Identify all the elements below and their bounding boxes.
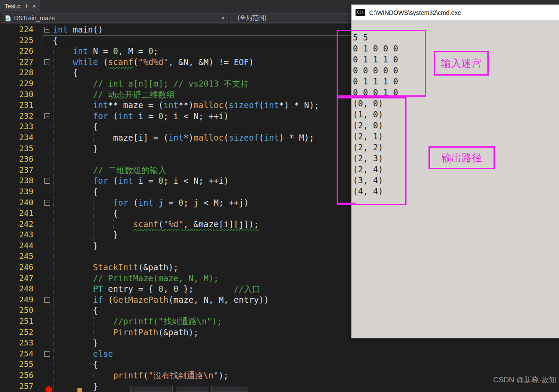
line-number[interactable]: 231 bbox=[0, 100, 33, 111]
code-line-256[interactable]: 256 printf("没有找到通路\n"); bbox=[0, 370, 559, 381]
fold-margin bbox=[33, 165, 53, 176]
code-line-257[interactable]: 257 } bbox=[0, 381, 559, 392]
line-number[interactable]: 243 bbox=[0, 229, 33, 240]
fold-marker-icon[interactable]: − bbox=[44, 113, 50, 119]
fold-margin bbox=[33, 338, 53, 348]
line-number[interactable]: 241 bbox=[0, 208, 33, 219]
code-text: else bbox=[53, 348, 559, 359]
cmd-title: C:\WINDOWS\system32\cmd.exe bbox=[369, 9, 461, 16]
bottom-bar-item[interactable] bbox=[211, 386, 248, 392]
console-line: (4, 4) bbox=[353, 186, 559, 197]
fold-margin bbox=[33, 186, 53, 197]
line-number[interactable]: 251 bbox=[0, 316, 33, 327]
line-number[interactable]: 228 bbox=[0, 67, 33, 78]
fold-margin bbox=[33, 208, 53, 219]
line-number[interactable]: 232 bbox=[0, 111, 33, 122]
cmd-window: C:\ C:\WINDOWS\system32\cmd.exe 5 50 1 0… bbox=[351, 4, 559, 338]
console-line: (2, 2) bbox=[353, 142, 559, 153]
line-number[interactable]: 252 bbox=[0, 327, 33, 338]
line-number[interactable]: 233 bbox=[0, 121, 33, 132]
breakpoint-icon[interactable] bbox=[45, 386, 52, 392]
close-icon[interactable]: × bbox=[33, 3, 36, 9]
console-line: (0, 0) bbox=[353, 98, 559, 109]
fold-margin bbox=[33, 273, 53, 284]
file-icon bbox=[5, 15, 11, 22]
console-line: (2, 0) bbox=[353, 120, 559, 131]
screen: Test.c × DSTrain_maze ▾ (全局范围) 224−int m… bbox=[0, 0, 559, 392]
line-number[interactable]: 257 bbox=[0, 381, 33, 392]
console-line: (1, 0) bbox=[353, 109, 559, 120]
line-number[interactable]: 255 bbox=[0, 359, 33, 370]
fold-margin: − bbox=[33, 111, 53, 122]
line-number[interactable]: 227 bbox=[0, 57, 33, 68]
line-number[interactable]: 235 bbox=[0, 143, 33, 154]
console-line: (2, 4) bbox=[353, 164, 559, 175]
fold-marker-icon[interactable]: − bbox=[44, 351, 50, 357]
bottom-bar-item[interactable] bbox=[130, 386, 173, 392]
pin-icon[interactable] bbox=[24, 4, 29, 9]
fold-margin bbox=[33, 327, 53, 338]
fold-marker-icon[interactable]: − bbox=[44, 59, 50, 65]
line-number[interactable]: 247 bbox=[0, 273, 33, 284]
code-text: printf("没有找到通路\n"); bbox=[53, 370, 559, 381]
line-number[interactable]: 246 bbox=[0, 262, 33, 273]
fold-margin bbox=[33, 46, 53, 57]
code-line-255[interactable]: 255 { bbox=[0, 359, 559, 370]
console-lines: 5 50 1 0 0 00 1 1 1 00 0 0 0 00 1 1 1 00… bbox=[353, 32, 559, 197]
console-line: (2, 3) bbox=[353, 153, 559, 164]
fold-marker-icon[interactable]: − bbox=[44, 200, 50, 206]
fold-margin bbox=[33, 229, 53, 240]
line-number[interactable]: 234 bbox=[0, 132, 33, 143]
member-dropdown-label: (全局范围) bbox=[238, 14, 266, 22]
line-number[interactable]: 224 bbox=[0, 24, 33, 35]
line-number[interactable]: 225 bbox=[0, 35, 33, 46]
code-line-253[interactable]: 253 } bbox=[0, 338, 559, 348]
line-number[interactable]: 239 bbox=[0, 186, 33, 197]
fold-margin bbox=[33, 100, 53, 111]
scope-dropdown-label: DSTrain_maze bbox=[14, 15, 55, 22]
console-line: 0 1 0 0 0 bbox=[353, 43, 559, 54]
console-line: (3, 4) bbox=[353, 175, 559, 186]
fold-margin bbox=[33, 283, 53, 294]
line-number[interactable]: 245 bbox=[0, 251, 33, 262]
console-line: 5 5 bbox=[353, 32, 559, 43]
line-number[interactable]: 237 bbox=[0, 165, 33, 176]
fold-margin bbox=[33, 132, 53, 143]
line-number[interactable]: 254 bbox=[0, 348, 33, 359]
fold-margin: − bbox=[33, 24, 53, 35]
indent-guide bbox=[73, 78, 73, 392]
fold-margin: − bbox=[33, 197, 53, 208]
code-text: } bbox=[53, 338, 559, 348]
code-line-254[interactable]: 254− else bbox=[0, 348, 559, 359]
line-number[interactable]: 226 bbox=[0, 46, 33, 57]
line-number[interactable]: 256 bbox=[0, 370, 33, 381]
fold-margin bbox=[33, 154, 53, 165]
line-number[interactable]: 249 bbox=[0, 294, 33, 305]
project-scope-dropdown[interactable]: DSTrain_maze ▾ bbox=[2, 13, 228, 23]
cmd-titlebar[interactable]: C:\ C:\WINDOWS\system32\cmd.exe bbox=[352, 5, 559, 21]
fold-margin bbox=[33, 305, 53, 316]
cmd-output: 5 50 1 0 0 00 1 1 1 00 0 0 0 00 1 1 1 00… bbox=[352, 21, 559, 197]
fold-margin bbox=[33, 121, 53, 132]
fold-marker-icon[interactable]: − bbox=[44, 178, 50, 184]
fold-margin bbox=[33, 316, 53, 327]
line-number[interactable]: 250 bbox=[0, 305, 33, 316]
indent-guide bbox=[113, 219, 114, 229]
fold-margin: − bbox=[33, 348, 53, 359]
line-number[interactable]: 238 bbox=[0, 175, 33, 186]
fold-margin: − bbox=[33, 57, 53, 68]
line-number[interactable]: 242 bbox=[0, 219, 33, 230]
fold-marker-icon[interactable]: − bbox=[44, 297, 50, 303]
bottom-bar-item[interactable] bbox=[176, 386, 208, 392]
indent-guide bbox=[93, 370, 94, 381]
line-number[interactable]: 253 bbox=[0, 338, 33, 348]
fold-marker-icon[interactable]: − bbox=[44, 27, 50, 33]
line-number[interactable]: 236 bbox=[0, 154, 33, 165]
line-number[interactable]: 244 bbox=[0, 240, 33, 251]
line-number[interactable]: 230 bbox=[0, 89, 33, 100]
line-number[interactable]: 229 bbox=[0, 78, 33, 89]
fold-margin bbox=[33, 251, 53, 262]
tab-testc[interactable]: Test.c × bbox=[0, 0, 40, 12]
line-number[interactable]: 240 bbox=[0, 197, 33, 208]
line-number[interactable]: 248 bbox=[0, 283, 33, 294]
